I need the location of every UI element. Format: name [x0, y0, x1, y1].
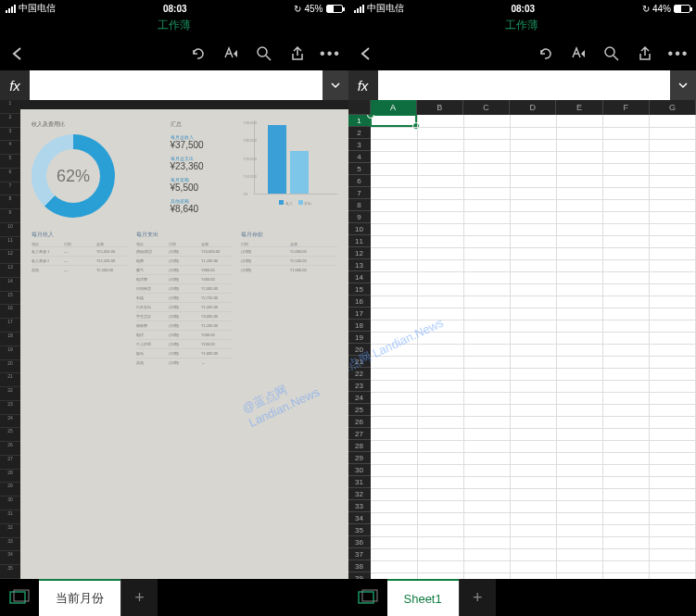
col-head-D[interactable]: D: [510, 100, 556, 115]
more-icon[interactable]: •••: [321, 44, 341, 64]
row-head-32[interactable]: 32: [348, 488, 371, 500]
row-head-29[interactable]: 29: [348, 452, 371, 464]
row-head-9[interactable]: 9: [348, 211, 371, 223]
row-head-22[interactable]: 22: [348, 368, 371, 380]
document-title[interactable]: 工作薄: [348, 17, 697, 37]
sheets-icon[interactable]: [348, 579, 387, 616]
row-head-37[interactable]: 37: [348, 548, 371, 560]
row-head-26[interactable]: 26: [348, 416, 371, 428]
summary-title: 汇总: [171, 120, 245, 129]
row-head-14[interactable]: 14: [348, 271, 371, 283]
row-head-28[interactable]: 28: [348, 440, 371, 452]
formula-dropdown[interactable]: [323, 70, 348, 100]
row-head-35[interactable]: 35: [348, 524, 371, 536]
row-head-4[interactable]: 4: [348, 151, 371, 163]
sync-icon: ↻: [294, 4, 301, 14]
formula-bar: fx: [348, 70, 697, 100]
row-head-6[interactable]: 6: [348, 175, 371, 187]
donut-percent: 62%: [57, 167, 90, 186]
row-headers[interactable]: 1234567891011121314151617181920212223242…: [348, 115, 371, 579]
row-head-30[interactable]: 30: [348, 464, 371, 476]
row-head-27[interactable]: 27: [348, 428, 371, 440]
bar-chart: ¥40,000 ¥30,000 ¥20,000 ¥10,000 ¥0: [254, 120, 337, 195]
back-icon[interactable]: [7, 44, 28, 64]
row-head-31[interactable]: 31: [348, 476, 371, 488]
col-head-A[interactable]: A: [371, 100, 417, 115]
phone-left: 中国电信 08:03 ↻ 45% 工作薄 ••• fx 123456789101…: [0, 0, 348, 616]
row-head-7[interactable]: 7: [348, 187, 371, 199]
row-head-13[interactable]: 13: [348, 259, 371, 271]
row-head-3[interactable]: 3: [348, 139, 371, 151]
col-head-G[interactable]: G: [650, 100, 696, 115]
sheet-area[interactable]: ABCDEFG 12345678910111213141516171819202…: [348, 100, 697, 579]
row-head-10[interactable]: 10: [348, 223, 371, 235]
select-all-corner[interactable]: [348, 100, 371, 115]
svg-point-4: [605, 47, 614, 57]
col-head-F[interactable]: F: [603, 100, 650, 115]
row-head-33[interactable]: 33: [348, 500, 371, 512]
selection-box[interactable]: [370, 115, 417, 127]
sheet-area[interactable]: 1234567891011121314151617181920212223242…: [0, 100, 348, 579]
col-head-C[interactable]: C: [463, 100, 510, 115]
row-head-25[interactable]: 25: [348, 404, 371, 416]
col-head-E[interactable]: E: [556, 100, 602, 115]
signal-icon: [354, 5, 364, 13]
row-head-12[interactable]: 12: [348, 247, 371, 259]
row-head-24[interactable]: 24: [348, 392, 371, 404]
svg-line-5: [614, 56, 618, 60]
row-head-15[interactable]: 15: [348, 283, 371, 295]
row-head-19[interactable]: 19: [348, 332, 371, 344]
document-title[interactable]: 工作薄: [0, 17, 348, 37]
cell-grid[interactable]: [371, 115, 697, 579]
status-bar: 中国电信 08:03 ↻ 44%: [348, 0, 697, 17]
undo-icon[interactable]: [535, 44, 555, 64]
row-head-20[interactable]: 20: [348, 344, 371, 356]
row-head-16[interactable]: 16: [348, 295, 371, 308]
toolbar: •••: [348, 37, 697, 70]
add-sheet-button[interactable]: +: [459, 579, 496, 616]
row-head-8[interactable]: 8: [348, 199, 371, 211]
add-sheet-button[interactable]: +: [120, 579, 158, 616]
fx-label: fx: [0, 70, 30, 100]
format-icon[interactable]: [568, 44, 588, 64]
battery-icon: [674, 5, 690, 13]
row-headers[interactable]: 1234567891011121314151617181920212223242…: [0, 100, 20, 579]
col-headers[interactable]: [20, 100, 348, 109]
row-head-23[interactable]: 23: [348, 380, 371, 392]
sheet-tab-current[interactable]: 当前月份: [39, 579, 120, 616]
row-head-5[interactable]: 5: [348, 163, 371, 175]
formula-input[interactable]: [378, 70, 671, 100]
share-icon[interactable]: [287, 44, 308, 64]
row-head-38[interactable]: 38: [348, 560, 371, 572]
formula-dropdown[interactable]: [670, 70, 696, 100]
more-icon[interactable]: •••: [668, 44, 689, 64]
row-head-39[interactable]: 39: [348, 572, 371, 579]
template-budget[interactable]: 收入及费用比 62% 汇总 每月总收入¥37,500每月总支出¥23,360每月…: [20, 109, 348, 579]
formula-input[interactable]: [30, 70, 323, 100]
format-icon[interactable]: [221, 44, 241, 64]
battery-icon: [326, 5, 343, 13]
undo-icon[interactable]: [187, 44, 208, 64]
clock: 08:03: [163, 4, 187, 14]
carrier: 中国电信: [367, 2, 404, 15]
row-head-18[interactable]: 18: [348, 320, 371, 332]
row-head-17[interactable]: 17: [348, 308, 371, 320]
row-head-2[interactable]: 2: [348, 127, 371, 139]
phone-right: 中国电信 08:03 ↻ 44% 工作薄 ••• fx ABCDEFG 1234…: [348, 0, 697, 616]
tab-bar: Sheet1 +: [348, 579, 697, 616]
sheets-icon[interactable]: [0, 579, 39, 616]
svg-point-0: [258, 47, 267, 57]
formula-bar: fx: [0, 70, 348, 100]
back-icon[interactable]: [356, 44, 376, 64]
row-head-34[interactable]: 34: [348, 512, 371, 524]
selection-handle-br[interactable]: [412, 122, 420, 130]
col-head-B[interactable]: B: [417, 100, 463, 115]
row-head-36[interactable]: 36: [348, 536, 371, 548]
sheet-tab-sheet1[interactable]: Sheet1: [387, 579, 459, 616]
row-head-11[interactable]: 11: [348, 235, 371, 247]
share-icon[interactable]: [635, 44, 655, 64]
search-icon[interactable]: [601, 44, 622, 64]
row-head-21[interactable]: 21: [348, 356, 371, 368]
search-icon[interactable]: [254, 44, 274, 64]
table-savings: 每月存款 日期金额(日期)¥2,000.00(日期)¥2,500.00(日期)¥…: [241, 231, 336, 367]
